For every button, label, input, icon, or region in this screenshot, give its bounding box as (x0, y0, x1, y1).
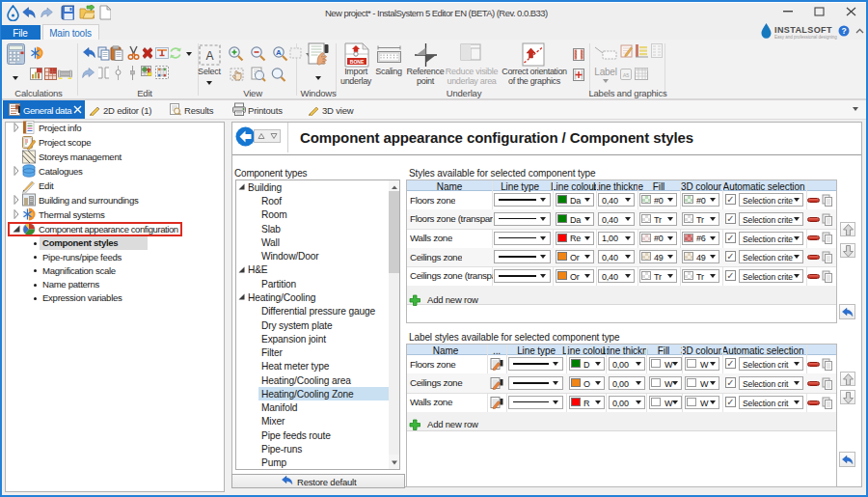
svg-text:A5: A5 (623, 72, 630, 78)
svg-text:A: A (276, 48, 282, 57)
svg-text:A: A (205, 49, 213, 63)
svg-text:?: ? (841, 26, 846, 36)
svg-text:BONE: BONE (350, 59, 365, 65)
